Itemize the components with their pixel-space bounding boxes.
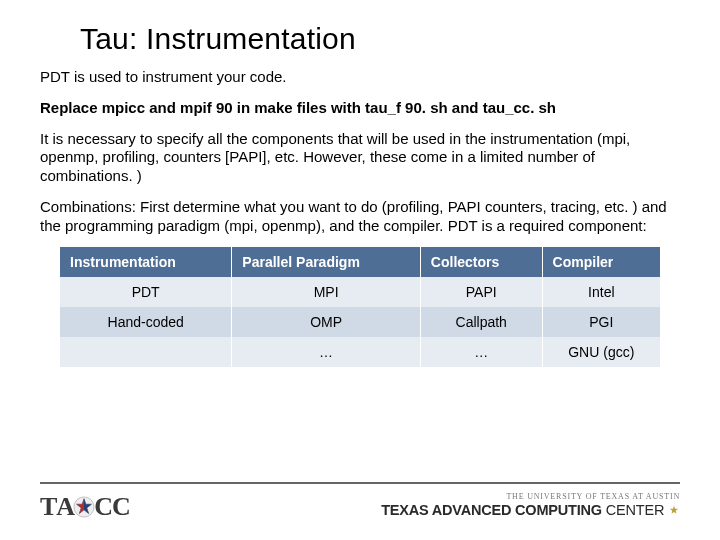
col-instrumentation: Instrumentation [60, 247, 232, 277]
paragraph-1: PDT is used to instrument your code. [40, 68, 680, 87]
tacc-name-b: CENTER [606, 502, 664, 518]
cell: Callpath [420, 307, 542, 337]
cell: Intel [542, 277, 660, 307]
table-wrap: Instrumentation Parallel Paradigm Collec… [60, 247, 660, 367]
tacc-full-logo: THE UNIVERSITY OF TEXAS AT AUSTIN TEXAS … [381, 492, 680, 518]
col-parallel-paradigm: Parallel Paradigm [232, 247, 421, 277]
cell: … [420, 337, 542, 367]
slide: Tau: Instrumentation PDT is used to inst… [0, 0, 720, 540]
slide-title: Tau: Instrumentation [80, 22, 680, 56]
logo-letter: C [94, 492, 112, 522]
texas-star-icon [669, 505, 679, 515]
logo-letter: C [112, 492, 130, 522]
logo-letter: T [40, 492, 56, 522]
table-header-row: Instrumentation Parallel Paradigm Collec… [60, 247, 660, 277]
table-row: Hand-coded OMP Callpath PGI [60, 307, 660, 337]
body-text: PDT is used to instrument your code. Rep… [40, 68, 680, 235]
texas-star-icon [73, 496, 95, 518]
tacc-name-a: TEXAS ADVANCED COMPUTING [381, 502, 606, 518]
cell: PDT [60, 277, 232, 307]
paragraph-2: Replace mpicc and mpif 90 in make files … [40, 99, 680, 118]
logo-letter: A [56, 492, 74, 522]
footer: T A C C THE UNIVERSITY OF TEXAS AT AUSTI… [0, 482, 720, 522]
components-table: Instrumentation Parallel Paradigm Collec… [60, 247, 660, 367]
footer-row: T A C C THE UNIVERSITY OF TEXAS AT AUSTI… [40, 492, 680, 522]
cell: OMP [232, 307, 421, 337]
table-row: … … GNU (gcc) [60, 337, 660, 367]
cell: GNU (gcc) [542, 337, 660, 367]
cell: MPI [232, 277, 421, 307]
col-collectors: Collectors [420, 247, 542, 277]
tacc-square-logo: T A C C [40, 492, 130, 522]
cell [60, 337, 232, 367]
cell: Hand-coded [60, 307, 232, 337]
paragraph-3: It is necessary to specify all the compo… [40, 130, 680, 186]
paragraph-4: Combinations: First determine what you w… [40, 198, 680, 236]
university-line: THE UNIVERSITY OF TEXAS AT AUSTIN [381, 492, 680, 501]
tacc-name: TEXAS ADVANCED COMPUTING CENTER [381, 502, 680, 518]
col-compiler: Compiler [542, 247, 660, 277]
table-row: PDT MPI PAPI Intel [60, 277, 660, 307]
footer-divider [40, 482, 680, 484]
cell: … [232, 337, 421, 367]
cell: PGI [542, 307, 660, 337]
cell: PAPI [420, 277, 542, 307]
